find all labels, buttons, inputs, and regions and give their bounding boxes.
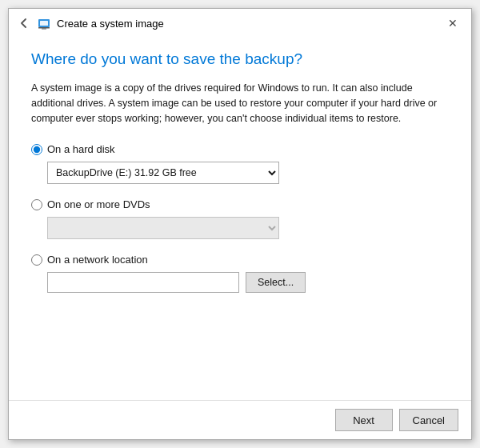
svg-rect-1 (40, 21, 48, 26)
option-network-group: On a network location Select... (31, 254, 449, 293)
radio-hard-disk[interactable] (31, 144, 42, 155)
option-network-row: On a network location (31, 254, 449, 266)
dialog-window: Create a system image ✕ Where do you wan… (8, 8, 472, 440)
cancel-button[interactable]: Cancel (399, 409, 458, 431)
page-heading: Where do you want to save the backup? (31, 50, 449, 68)
select-network-button[interactable]: Select... (246, 272, 306, 293)
page-description: A system image is a copy of the drives r… (31, 81, 449, 126)
option-dvd-row: On one or more DVDs (31, 198, 449, 210)
label-dvd[interactable]: On one or more DVDs (47, 198, 150, 210)
option-dvd-group: On one or more DVDs (31, 198, 449, 239)
label-network[interactable]: On a network location (47, 254, 148, 266)
back-button[interactable] (17, 16, 31, 30)
drive-select[interactable]: BackupDrive (E:) 31.92 GB free Local Dis… (47, 162, 279, 184)
footer: Next Cancel (9, 400, 471, 439)
radio-dvd[interactable] (31, 199, 42, 210)
main-content: Where do you want to save the backup? A … (9, 36, 471, 400)
label-hard-disk[interactable]: On a hard disk (47, 143, 115, 155)
radio-network[interactable] (31, 254, 42, 266)
title-bar: Create a system image ✕ (9, 9, 471, 36)
title-bar-left: Create a system image (17, 15, 164, 31)
close-button[interactable]: ✕ (442, 15, 463, 31)
window-icon (36, 15, 52, 31)
window-title: Create a system image (57, 18, 164, 30)
next-button[interactable]: Next (335, 409, 393, 431)
dvd-dropdown-row (47, 217, 449, 239)
network-path-input[interactable] (47, 272, 239, 293)
hard-disk-dropdown-row: BackupDrive (E:) 31.92 GB free Local Dis… (47, 162, 449, 184)
option-hard-disk-group: On a hard disk BackupDrive (E:) 31.92 GB… (31, 143, 449, 184)
svg-rect-3 (42, 29, 46, 30)
network-input-row: Select... (47, 272, 449, 293)
dvd-select[interactable] (47, 217, 279, 239)
option-hard-disk-row: On a hard disk (31, 143, 449, 155)
svg-rect-2 (38, 27, 50, 29)
